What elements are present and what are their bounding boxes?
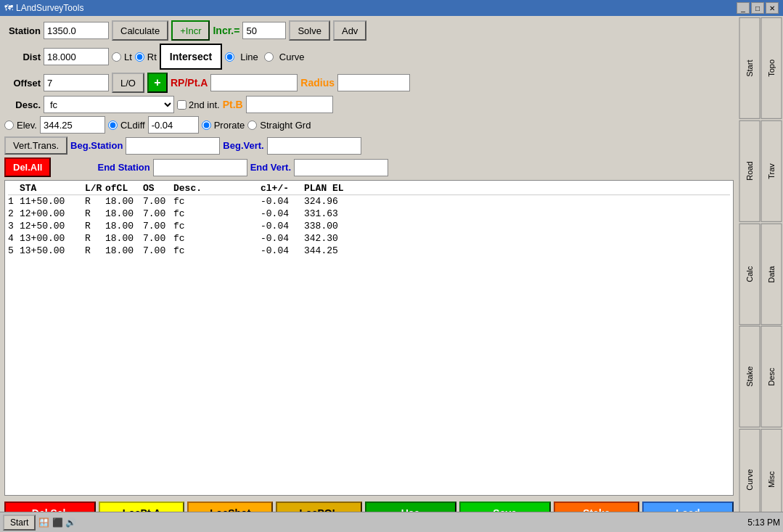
station-input[interactable] [44,22,109,39]
del-all-button[interactable]: Del.All [4,157,51,177]
close-button[interactable]: ✕ [766,2,779,14]
intersect-button[interactable]: Intersect [160,44,222,70]
cell-lr: R [85,221,105,232]
cell-clpm: -0.04 [261,221,304,232]
beg-vert-input[interactable] [267,137,361,155]
offset-label: Offset [4,78,41,89]
tab-pair-2: Road Trav [739,120,782,222]
rt-radio[interactable] [135,52,144,62]
straight-grd-radio[interactable] [247,120,257,130]
tab-start[interactable]: Start [739,17,761,119]
cell-sta: 12+50.00 [20,221,85,232]
col-header-sta: STA [20,183,85,194]
table-body: 1 11+50.00 R 18.00 7.00 fc -0.04 324.96 … [8,195,730,257]
col-header-os: OS [143,183,173,194]
maximize-button[interactable]: □ [751,2,764,14]
tab-data[interactable]: Data [761,224,782,325]
cldiff-radio[interactable] [108,120,118,130]
tab-topo[interactable]: Topo [761,17,782,119]
plus-green-button[interactable]: + [147,73,168,93]
cell-clpm: -0.04 [261,245,304,256]
cell-num: 4 [8,233,20,244]
table-row[interactable]: 5 13+50.00 R 18.00 7.00 fc -0.04 344.25 [8,245,730,257]
table-header: STA L/R ofCL OS Desc. cl+/- PLAN EL [8,182,730,195]
solve-button[interactable]: Solve [289,20,330,41]
rp-pta-input[interactable] [210,74,298,91]
col-header-lr: L/R [85,183,105,194]
table-row[interactable]: 2 12+00.00 R 18.00 7.00 fc -0.04 331.63 [8,208,730,220]
elev-radio-group: Elev. [4,120,37,131]
vert-trans-button[interactable]: Vert.Trans. [4,136,67,155]
cell-lr: R [85,245,105,256]
col-header-ofcl: ofCL [105,183,143,194]
cell-lr: R [85,208,105,219]
cell-clpm: -0.04 [261,196,304,207]
table-row[interactable]: 4 13+00.00 R 18.00 7.00 fc -0.04 342.30 [8,232,730,245]
prorate-radio[interactable] [202,120,211,130]
incr-input[interactable] [242,22,286,39]
lt-radio[interactable] [112,52,121,62]
row-del-all: Del.All End Station End Vert. [4,157,734,177]
cell-num: 2 [8,208,20,219]
line-radio[interactable] [225,52,234,62]
row-station: Station Calculate +Incr Incr.= Solve Adv [4,20,734,41]
curve-radio[interactable] [264,52,274,62]
tab-road[interactable]: Road [739,120,761,222]
cell-ofcl: 18.00 [105,196,143,207]
right-tabs: Start Topo Road Trav Calc Data Stake Des… [738,16,783,532]
elev-input[interactable] [40,116,105,134]
table-row[interactable]: 3 12+50.00 R 18.00 7.00 fc -0.04 338.00 [8,220,730,232]
table-row[interactable]: 1 11+50.00 R 18.00 7.00 fc -0.04 324.96 [8,195,730,208]
cell-os: 7.00 [143,221,173,232]
cell-num: 5 [8,245,20,256]
cell-planel: 324.96 [304,196,355,207]
row-offset: Offset L/O + RP/Pt.A Radius [4,73,734,93]
dist-input[interactable] [44,48,109,65]
adv-button[interactable]: Adv [333,20,366,41]
cell-clpm: -0.04 [261,233,304,244]
desc-select[interactable]: fc [44,96,174,113]
cell-planel: 331.63 [304,208,355,219]
cell-desc: fc [173,196,261,207]
desc-label: Desc. [4,99,41,110]
beg-station-input[interactable] [126,137,220,155]
offset-input[interactable] [44,74,109,91]
radius-input[interactable] [337,74,410,91]
end-station-input[interactable] [153,159,247,176]
cell-sta: 13+00.00 [20,233,85,244]
cell-lr: R [85,233,105,244]
tab-calc[interactable]: Calc [739,224,761,325]
plus-incr-button[interactable]: +Incr [171,20,210,41]
ptb-input[interactable] [246,96,333,113]
cell-num: 1 [8,196,20,207]
cell-planel: 342.30 [304,233,355,244]
cell-desc: fc [173,208,261,219]
col-header-desc: Desc. [173,183,261,194]
app-icon: 🗺 [4,3,13,13]
col-header-planel: PLAN EL [304,183,355,194]
elev-radio[interactable] [4,120,14,130]
window-title: LAndSurveyTools [16,3,83,13]
cldiff-input[interactable] [148,116,199,134]
lo-button[interactable]: L/O [112,73,144,93]
ptb-label: Pt.B [223,99,243,110]
cell-desc: fc [173,221,261,232]
calculate-button[interactable]: Calculate [112,20,168,41]
cell-num: 3 [8,221,20,232]
row-dist: Dist Lt Rt Intersect Line Curve [4,44,734,70]
minimize-button[interactable]: _ [737,2,750,14]
taskbar: Start 🪟 ⬛ 🔊 5:13 PM [0,512,783,532]
dist-label: Dist [4,52,41,62]
cell-lr: R [85,196,105,207]
start-button[interactable]: Start [3,515,36,531]
prorate-label: Prorate [214,120,245,131]
cell-desc: fc [173,233,261,244]
second-int-label: 2nd int. [189,99,220,110]
tab-stake[interactable]: Stake [739,326,761,427]
second-int-checkbox[interactable] [177,100,186,110]
cell-ofcl: 18.00 [105,233,143,244]
tab-trav[interactable]: Trav [761,120,782,222]
end-vert-input[interactable] [294,159,388,176]
content-area: Station Calculate +Incr Incr.= Solve Adv… [0,16,738,532]
tab-desc[interactable]: Desc [761,326,782,427]
